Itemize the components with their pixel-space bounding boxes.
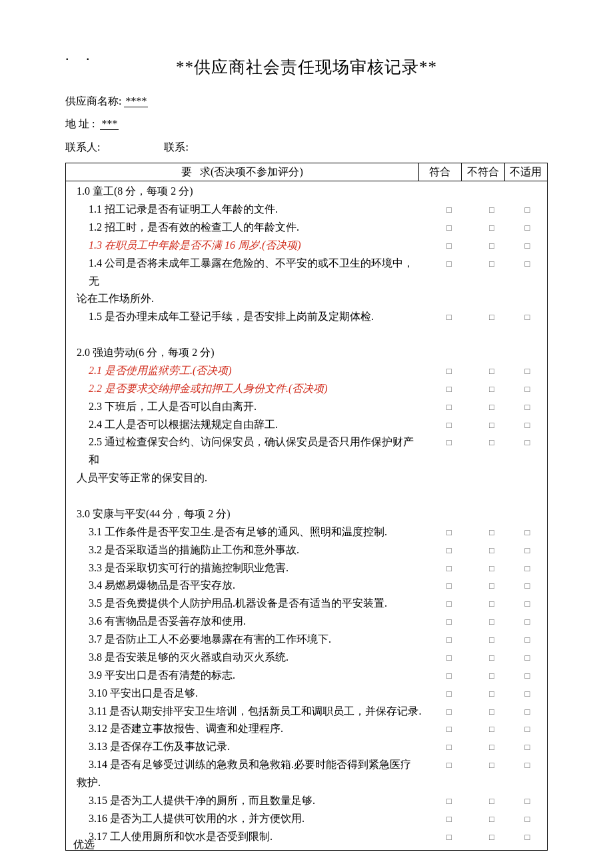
checkbox-no[interactable]: □ bbox=[470, 219, 513, 237]
checkbox-na[interactable]: □ bbox=[513, 577, 542, 595]
checkbox-ok[interactable]: □ bbox=[428, 201, 470, 219]
checkbox-ok[interactable]: □ bbox=[428, 255, 470, 291]
checkbox-icon: □ bbox=[489, 742, 494, 752]
checkbox-ok[interactable]: □ bbox=[428, 219, 470, 237]
checkbox-ok[interactable]: □ bbox=[428, 559, 470, 577]
checkbox-na[interactable]: □ bbox=[513, 237, 542, 255]
checkbox-ok[interactable]: □ bbox=[428, 756, 470, 774]
checkbox-na[interactable]: □ bbox=[513, 380, 542, 398]
checkbox-ok[interactable]: □ bbox=[428, 577, 470, 595]
checkbox-na[interactable]: □ bbox=[513, 219, 542, 237]
checkbox-no[interactable]: □ bbox=[470, 649, 513, 667]
checkbox-no bbox=[470, 326, 513, 344]
checkbox-no[interactable]: □ bbox=[470, 667, 513, 685]
checkbox-na[interactable]: □ bbox=[513, 416, 542, 434]
checkbox-na[interactable]: □ bbox=[513, 255, 542, 291]
checkbox-icon: □ bbox=[525, 707, 530, 717]
checkbox-na[interactable]: □ bbox=[513, 649, 542, 667]
checkbox-na[interactable]: □ bbox=[513, 523, 542, 541]
checkbox-no[interactable]: □ bbox=[470, 685, 513, 703]
requirement-cell: 2.2 是否要求交纳押金或扣押工人身份文件.(否决项) bbox=[71, 380, 428, 398]
checkbox-no[interactable]: □ bbox=[470, 613, 513, 631]
requirement-cell: 3.10 平安出口是否足够. bbox=[71, 685, 428, 703]
checkbox-no[interactable]: □ bbox=[470, 559, 513, 577]
checkbox-no[interactable]: □ bbox=[470, 541, 513, 559]
checkbox-na[interactable]: □ bbox=[513, 613, 542, 631]
checkbox-ok[interactable]: □ bbox=[428, 541, 470, 559]
checkbox-no[interactable]: □ bbox=[470, 792, 513, 810]
checkbox-na[interactable]: □ bbox=[513, 667, 542, 685]
checkbox-no[interactable]: □ bbox=[470, 362, 513, 380]
checkbox-na[interactable]: □ bbox=[513, 828, 542, 846]
checkbox-no[interactable]: □ bbox=[470, 631, 513, 649]
checkbox-no[interactable]: □ bbox=[470, 810, 513, 828]
checkbox-ok[interactable]: □ bbox=[428, 720, 470, 738]
checkbox-na[interactable]: □ bbox=[513, 559, 542, 577]
checkbox-icon: □ bbox=[489, 402, 494, 412]
checkbox-ok[interactable]: □ bbox=[428, 613, 470, 631]
requirement-item: 3.8 是否安装足够的灭火器或自动灭火系统. bbox=[77, 649, 422, 667]
requirement-cell: 3.16 是否为工人提供可饮用的水，并方便饮用. bbox=[71, 810, 428, 828]
checkbox-no[interactable]: □ bbox=[470, 255, 513, 291]
checkbox-na[interactable]: □ bbox=[513, 308, 542, 326]
requirement-cell: 2.1 是否使用监狱劳工.(否决项) bbox=[71, 362, 428, 380]
checkbox-ok[interactable]: □ bbox=[428, 433, 470, 469]
checkbox-no[interactable]: □ bbox=[470, 416, 513, 434]
checkbox-no[interactable]: □ bbox=[470, 201, 513, 219]
checkbox-ok[interactable]: □ bbox=[428, 792, 470, 810]
checkbox-no[interactable]: □ bbox=[470, 577, 513, 595]
checkbox-no[interactable]: □ bbox=[470, 237, 513, 255]
checkbox-ok[interactable]: □ bbox=[428, 649, 470, 667]
checkbox-ok[interactable]: □ bbox=[428, 703, 470, 721]
checkbox-ok[interactable]: □ bbox=[428, 828, 470, 846]
requirement-cell: 3.0 安康与平安(44 分，每项 2 分) bbox=[71, 505, 428, 523]
checkbox-ok[interactable]: □ bbox=[428, 416, 470, 434]
checkbox-no[interactable]: □ bbox=[470, 703, 513, 721]
checkbox-na[interactable]: □ bbox=[513, 433, 542, 469]
checkbox-no[interactable]: □ bbox=[470, 398, 513, 416]
checkbox-ok[interactable]: □ bbox=[428, 667, 470, 685]
checkbox-ok[interactable]: □ bbox=[428, 595, 470, 613]
checkbox-na[interactable]: □ bbox=[513, 810, 542, 828]
checkbox-no[interactable]: □ bbox=[470, 720, 513, 738]
checkbox-ok[interactable]: □ bbox=[428, 738, 470, 756]
checkbox-ok[interactable]: □ bbox=[428, 810, 470, 828]
checkbox-na[interactable]: □ bbox=[513, 362, 542, 380]
checkbox-no[interactable]: □ bbox=[470, 756, 513, 774]
checkbox-ok[interactable]: □ bbox=[428, 398, 470, 416]
checkbox-na[interactable]: □ bbox=[513, 595, 542, 613]
checkbox-ok[interactable]: □ bbox=[428, 523, 470, 541]
requirement-cell: 3.12 是否建立事故报告、调查和处理程序. bbox=[71, 720, 428, 738]
contact-label: 联系人: bbox=[65, 141, 100, 153]
checkbox-ok[interactable]: □ bbox=[428, 380, 470, 398]
checkbox-na[interactable]: □ bbox=[513, 703, 542, 721]
checkbox-icon: □ bbox=[446, 707, 452, 717]
checkbox-ok[interactable]: □ bbox=[428, 237, 470, 255]
checkbox-ok[interactable]: □ bbox=[428, 685, 470, 703]
checkbox-na[interactable]: □ bbox=[513, 541, 542, 559]
checkbox-no[interactable]: □ bbox=[470, 523, 513, 541]
checkbox-na[interactable]: □ bbox=[513, 792, 542, 810]
checkbox-no[interactable]: □ bbox=[470, 433, 513, 469]
checkbox-ok[interactable]: □ bbox=[428, 362, 470, 380]
checkbox-na[interactable]: □ bbox=[513, 756, 542, 774]
checkbox-no[interactable]: □ bbox=[470, 380, 513, 398]
supplier-label: 供应商名称: bbox=[65, 95, 121, 107]
checkbox-na[interactable]: □ bbox=[513, 720, 542, 738]
checkbox-na[interactable]: □ bbox=[513, 685, 542, 703]
requirement-cell: 3.1 工作条件是否平安卫生.是否有足够的通风、照明和温度控制. bbox=[71, 523, 428, 541]
checkbox-no[interactable]: □ bbox=[470, 308, 513, 326]
checkbox-no[interactable]: □ bbox=[470, 595, 513, 613]
checkbox-na[interactable]: □ bbox=[513, 201, 542, 219]
checkbox-ok[interactable]: □ bbox=[428, 308, 470, 326]
checkbox-na[interactable]: □ bbox=[513, 398, 542, 416]
checkbox-ok[interactable]: □ bbox=[428, 631, 470, 649]
checkbox-ok bbox=[428, 183, 470, 201]
checkbox-no bbox=[470, 487, 513, 505]
checkbox-na[interactable]: □ bbox=[513, 631, 542, 649]
requirement-item: 3.12 是否建立事故报告、调查和处理程序. bbox=[77, 720, 422, 738]
requirement-cell: 3.14 是否有足够受过训练的急救员和急救箱.必要时能否得到紧急医疗 bbox=[71, 756, 428, 774]
checkbox-no[interactable]: □ bbox=[470, 828, 513, 846]
checkbox-na[interactable]: □ bbox=[513, 738, 542, 756]
checkbox-no[interactable]: □ bbox=[470, 738, 513, 756]
